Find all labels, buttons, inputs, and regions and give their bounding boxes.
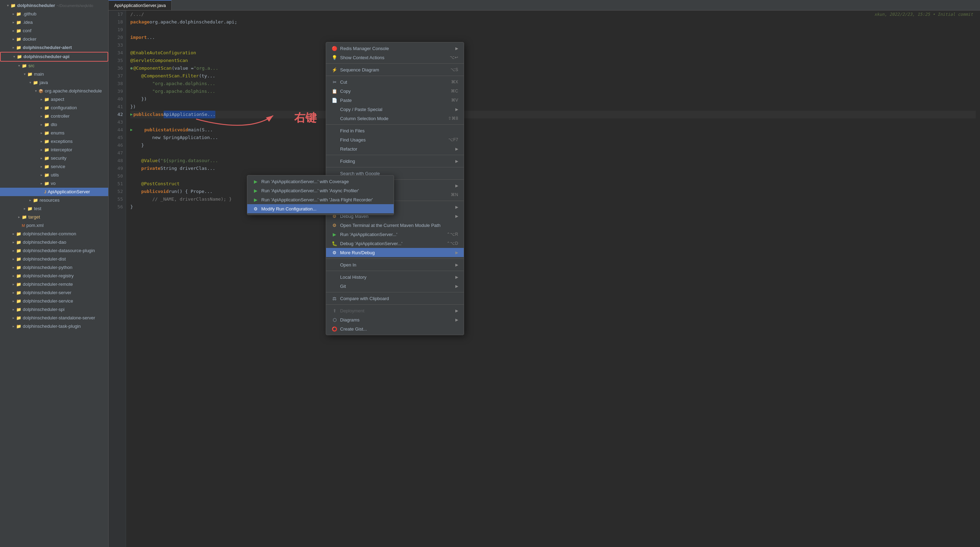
- sidebar-item-aspect[interactable]: 📁 aspect: [0, 95, 108, 104]
- diagrams-arrow: ▶: [455, 318, 458, 322]
- folder-icon-dao: 📁: [16, 239, 21, 246]
- sidebar-item-registry[interactable]: 📁 dolphinscheduler-registry: [0, 272, 108, 280]
- redis-icon: 🔴: [332, 46, 337, 51]
- sidebar-item-remote[interactable]: 📁 dolphinscheduler-remote: [0, 280, 108, 289]
- sidebar-item-dao[interactable]: 📁 dolphinscheduler-dao: [0, 238, 108, 246]
- sidebar-item-dist[interactable]: 📁 dolphinscheduler-dist: [0, 255, 108, 263]
- menu-label-paste: Paste: [340, 98, 352, 103]
- menu-item-refactor[interactable]: Refactor ▶: [326, 144, 464, 153]
- ln-42: 42: [111, 111, 123, 118]
- debug-api-shortcut: ⌃⌥D: [447, 241, 458, 246]
- menu-item-diagrams[interactable]: ⬡ Diagrams ▶: [326, 315, 464, 324]
- submenu-item-coverage[interactable]: ▶ Run 'ApiApplicationServer...' with Cov…: [247, 177, 394, 186]
- sidebar-item-api[interactable]: 📁 dolphinscheduler-api: [0, 52, 108, 62]
- menu-item-more-run-debug[interactable]: ⚙ More Run/Debug ▶: [326, 248, 464, 257]
- sidebar-item-interceptor[interactable]: 📁 interceptor: [0, 146, 108, 154]
- menu-item-cut[interactable]: ✂ Cut ⌘X: [326, 77, 464, 86]
- find-usages-shortcut: ⌥F7: [448, 137, 458, 142]
- sidebar-item-conf[interactable]: 📁 conf: [0, 27, 108, 35]
- sidebar-item-alert[interactable]: 📁 dolphinscheduler-alert: [0, 43, 108, 52]
- sidebar-item-utils[interactable]: 📁 utils: [0, 171, 108, 179]
- code-line-43: [130, 118, 976, 126]
- cut-icon: ✂: [332, 79, 337, 85]
- sidebar-item-target[interactable]: 📁 target: [0, 213, 108, 221]
- menu-item-find-files[interactable]: Find in Files: [326, 126, 464, 135]
- ln-20: 20: [111, 33, 123, 41]
- sidebar-item-task-plugin[interactable]: 📁 dolphinscheduler-task-plugin: [0, 322, 108, 331]
- menu-item-create-gist[interactable]: ⭕ Create Gist...: [326, 324, 464, 333]
- sidebar-item-enums[interactable]: 📁 enums: [0, 129, 108, 137]
- ln-19: 19: [111, 26, 123, 33]
- sidebar-item-service[interactable]: 📁 service: [0, 162, 108, 171]
- code-line-35: @ServletComponentScan: [130, 57, 976, 64]
- menu-item-copy-paste-special[interactable]: Copy / Paste Special ▶: [326, 105, 464, 114]
- sidebar-item-ds-service[interactable]: 📁 dolphinscheduler-service: [0, 297, 108, 305]
- menu-item-run-api[interactable]: ▶ Run 'ApiApplicationServer...' ⌃⌥R: [326, 230, 464, 239]
- ln-36: 36: [111, 64, 123, 72]
- generate-shortcut: ⌘N: [451, 192, 458, 197]
- file-tree[interactable]: 📁 dolphinscheduler ~/Documents/wxjk/do 📁…: [0, 0, 108, 547]
- org-package-label: org.apache.dolphinschedule: [45, 87, 102, 95]
- copy-shortcut: ⌘C: [451, 89, 458, 94]
- sidebar-item-src[interactable]: 📁 src: [0, 62, 108, 70]
- menu-item-debug-api[interactable]: 🐛 Debug 'ApiApplicationServer...' ⌃⌥D: [326, 239, 464, 248]
- submenu-item-modify-config[interactable]: ⚙ Modify Run Configuration...: [247, 204, 394, 213]
- resources-label: resources: [40, 197, 60, 204]
- sidebar-item-standalone[interactable]: 📁 dolphinscheduler-standalone-server: [0, 314, 108, 322]
- sep5: [326, 167, 464, 167]
- sidebar-item-controller[interactable]: 📁 controller: [0, 112, 108, 121]
- chevron-security: [39, 155, 43, 162]
- menu-item-paste[interactable]: 📄 Paste ⌘V: [326, 95, 464, 105]
- folder-icon-alert: 📁: [16, 44, 21, 51]
- ln-56: 56: [111, 203, 123, 211]
- sequence-shortcut: ⌥S: [450, 67, 458, 72]
- menu-item-copy[interactable]: 📋 Copy ⌘C: [326, 86, 464, 95]
- sidebar-item-security[interactable]: 📁 security: [0, 154, 108, 162]
- menu-item-context-actions[interactable]: 💡 Show Context Actions ⌥↩: [326, 53, 464, 62]
- sidebar-item-vo[interactable]: 📁 vo: [0, 179, 108, 188]
- menu-item-compare-clipboard[interactable]: ⚖ Compare with Clipboard: [326, 294, 464, 303]
- sidebar-item-main[interactable]: 📁 main: [0, 70, 108, 78]
- submenu-item-async-profiler[interactable]: ▶ Run 'ApiApplicationServer...' with 'As…: [247, 186, 394, 195]
- sidebar-item-root[interactable]: 📁 dolphinscheduler ~/Documents/wxjk/do: [0, 2, 108, 10]
- menu-item-local-history[interactable]: Local History ▶: [326, 272, 464, 281]
- sidebar-item-dto[interactable]: 📁 dto: [0, 121, 108, 129]
- sidebar-item-org-package[interactable]: 📦 org.apache.dolphinschedule: [0, 87, 108, 95]
- sidebar-item-api-app-server[interactable]: J ApiApplicationServer: [0, 188, 108, 196]
- sidebar-item-idea[interactable]: 📁 .idea: [0, 18, 108, 27]
- dto-label: dto: [51, 121, 57, 128]
- sidebar-item-server[interactable]: 📁 dolphinscheduler-server: [0, 289, 108, 297]
- sidebar-item-python[interactable]: 📁 dolphinscheduler-python: [0, 263, 108, 272]
- sidebar-item-configuration[interactable]: 📁 configuration: [0, 104, 108, 112]
- code-line-38: "org.apache.dolphins...: [130, 80, 976, 87]
- chevron-docker: [11, 36, 16, 43]
- sidebar-item-docker[interactable]: 📁 docker: [0, 35, 108, 43]
- menu-item-git[interactable]: Git ▶: [326, 281, 464, 291]
- menu-item-find-usages[interactable]: Find Usages ⌥F7: [326, 135, 464, 144]
- menu-label-redis: Redis Manager Console: [340, 46, 389, 51]
- menu-item-redis[interactable]: 🔴 Redis Manager Console ▶: [326, 44, 464, 53]
- code-editor[interactable]: /.../ package org.apache.dolphinschedule…: [126, 11, 980, 547]
- chevron-api: [12, 53, 16, 60]
- sidebar-item-datasource[interactable]: 📁 dolphinscheduler-datasource-plugin: [0, 246, 108, 255]
- menu-label-local-history: Local History: [340, 275, 366, 280]
- menu-item-open-in[interactable]: Open In ▶: [326, 260, 464, 269]
- sidebar-item-spi[interactable]: 📁 dolphinscheduler-spi: [0, 305, 108, 314]
- menu-item-folding[interactable]: Folding ▶: [326, 157, 464, 165]
- sidebar-item-test[interactable]: 📁 test: [0, 205, 108, 213]
- menu-label-open-terminal: Open Terminal at the Current Maven Modul…: [340, 223, 441, 228]
- menu-item-open-terminal[interactable]: ⚙ Open Terminal at the Current Maven Mod…: [326, 221, 464, 230]
- sidebar-item-github[interactable]: 📁 .github: [0, 10, 108, 18]
- sidebar-item-java[interactable]: 📁 java: [0, 78, 108, 87]
- sidebar-item-resources[interactable]: 📁 resources: [0, 196, 108, 205]
- sidebar-item-exceptions[interactable]: 📁 exceptions: [0, 137, 108, 146]
- ln-43: 43: [111, 118, 123, 126]
- sidebar-item-pom[interactable]: M pom.xml: [0, 221, 108, 230]
- menu-item-column-selection[interactable]: Column Selection Mode ⇧⌘8: [326, 114, 464, 123]
- submenu-item-jfr[interactable]: ▶ Run 'ApiApplicationServer...' with 'Ja…: [247, 195, 394, 204]
- run-api-shortcut: ⌃⌥R: [447, 232, 458, 237]
- code-line-49: private String driverClas...: [130, 165, 976, 172]
- menu-item-sequence[interactable]: ⚡ Sequence Diagram ⌥S: [326, 65, 464, 74]
- tab-api-server[interactable]: ApiApplicationServer.java: [108, 0, 172, 10]
- sidebar-item-common[interactable]: 📁 dolphinscheduler-common: [0, 230, 108, 238]
